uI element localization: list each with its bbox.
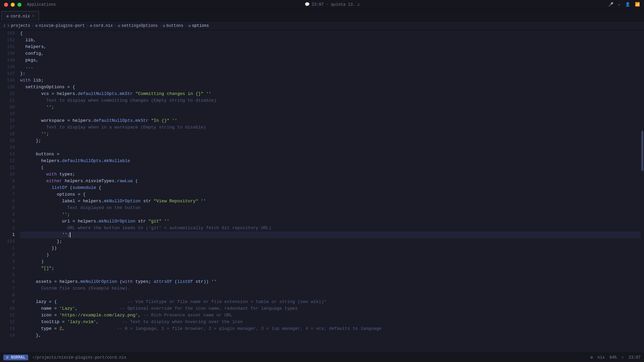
ln-146: 146 bbox=[2, 77, 15, 84]
pen-icon[interactable]: ✏️ bbox=[618, 2, 621, 7]
mode-text: NORMAL bbox=[11, 355, 25, 360]
traffic-light-yellow[interactable] bbox=[11, 3, 15, 7]
ln-9: 9 bbox=[2, 178, 15, 185]
scroll-thumb[interactable] bbox=[641, 131, 643, 171]
titlebar-time: 23:07 · quinta 13. bbox=[312, 2, 355, 7]
ln-9b: 9 bbox=[2, 299, 15, 305]
ln-22: 22 bbox=[2, 91, 15, 97]
music-icon: ♫ bbox=[357, 2, 359, 7]
status-time: 23:07 bbox=[629, 355, 641, 360]
traffic-light-red[interactable] bbox=[4, 3, 8, 7]
ln-3b: 3 bbox=[2, 258, 15, 265]
code-line-3: url = helpers.mkNullOrOption str "git" '… bbox=[20, 218, 641, 225]
ln-13b: 13 bbox=[2, 325, 15, 332]
ln-1: 1 bbox=[2, 231, 15, 238]
ln-10: 10 bbox=[2, 171, 15, 178]
code-line-16: ''; bbox=[20, 131, 641, 138]
breadcrumb-file-icon: ⚙ bbox=[90, 23, 92, 28]
code-line-13b: type = 2, -- 0 = language, 1 = file brow… bbox=[20, 325, 641, 332]
breadcrumb-sym3-icon: ◎ bbox=[188, 23, 191, 28]
code-line-150: config, bbox=[20, 50, 641, 57]
code-line-6b: assets = helpers.mkNullOrOption (with ty… bbox=[20, 278, 641, 285]
code-line-5: Text displayed on the button bbox=[20, 205, 641, 211]
tab-close-button[interactable]: × bbox=[32, 14, 34, 18]
code-line-6: label = helpers.mkNullOrOption str "View… bbox=[20, 198, 641, 205]
ln-10b: 10 bbox=[2, 305, 15, 312]
mode-badge: ⚙ NORMAL bbox=[3, 355, 28, 360]
ln-13: 13 bbox=[2, 151, 15, 158]
ln-7b: 7 bbox=[2, 285, 15, 292]
tab-file-icon: ⚙ bbox=[6, 14, 9, 18]
ln-148: 148 bbox=[2, 64, 15, 70]
status-gear-icon: ⚙ bbox=[590, 355, 593, 360]
chat-icon: 💬 bbox=[305, 2, 310, 7]
code-line-14b: }, bbox=[20, 332, 641, 339]
code-line-148: ... bbox=[20, 64, 641, 70]
ln-15: 15 bbox=[2, 138, 15, 144]
status-filetype: nix bbox=[598, 355, 605, 360]
ln-16: 16 bbox=[2, 131, 15, 138]
mic-icon[interactable]: 🎤 bbox=[608, 2, 613, 7]
tabbar: ⚙ cord.nix × bbox=[0, 9, 644, 21]
code-line-153: { bbox=[20, 30, 641, 37]
ln-12: 12 bbox=[2, 158, 15, 164]
ln-138: 138 bbox=[2, 84, 15, 91]
scrollbar[interactable] bbox=[641, 30, 644, 353]
ln-150: 150 bbox=[2, 50, 15, 57]
breadcrumb-nixvim[interactable]: nixvim-plugins-port bbox=[39, 23, 85, 28]
code-line-1b: }) bbox=[20, 245, 641, 252]
titlebar-right: 🎤 ✏️ 👤 📶 bbox=[608, 2, 640, 7]
code-line-9: either helpers.nixvimTypes.rawLua ( bbox=[20, 178, 641, 185]
ln-20: 20 bbox=[2, 104, 15, 111]
titlebar-center: 💬 23:07 · quinta 13. ♫ bbox=[305, 2, 360, 7]
code-line-147: }: bbox=[20, 70, 641, 77]
breadcrumb-nav-icon: ❯ bbox=[3, 23, 6, 28]
breadcrumb-sym1-icon: ◎ bbox=[118, 23, 120, 28]
code-line-4b: "[]"; bbox=[20, 265, 641, 272]
code-line-20: ''; bbox=[20, 104, 641, 111]
code-line-2: URL where the button leads to ('git' = a… bbox=[20, 225, 641, 231]
code-area[interactable]: { lib, helpers, config, pkgs, ... }: wit… bbox=[17, 30, 641, 353]
ln-12b: 12 bbox=[2, 319, 15, 325]
statusbar-left: ⚙ NORMAL ~/projects/nixvim-plugins-port/… bbox=[3, 355, 127, 360]
status-zoom: 64% bbox=[609, 355, 617, 360]
ln-8: 8 bbox=[2, 185, 15, 191]
tab-cord-nix[interactable]: ⚙ cord.nix × bbox=[1, 11, 39, 21]
titlebar-left: Applications bbox=[4, 2, 56, 7]
titlebar: Applications 💬 23:07 · quinta 13. ♫ 🎤 ✏️… bbox=[0, 0, 644, 9]
code-line-12: helpers.defaultNullOpts.mkNullable bbox=[20, 158, 641, 164]
code-line-151: helpers, bbox=[20, 44, 641, 50]
breadcrumb-arrow: ❯ bbox=[7, 23, 9, 28]
user-icon[interactable]: 👤 bbox=[625, 2, 630, 7]
code-line-4: ''; bbox=[20, 211, 641, 218]
breadcrumb-projects[interactable]: projects bbox=[11, 23, 30, 28]
ln-151: 151 bbox=[2, 44, 15, 50]
text-cursor bbox=[70, 232, 70, 238]
code-line-8b bbox=[20, 292, 641, 299]
ln-4b: 4 bbox=[2, 265, 15, 272]
breadcrumb-buttons[interactable]: buttons bbox=[166, 23, 183, 28]
app-label: Applications bbox=[27, 2, 56, 7]
ln-6: 6 bbox=[2, 198, 15, 205]
wifi-icon: 📶 bbox=[635, 2, 640, 7]
breadcrumb: ❯ ❯ projects › ⚙ nixvim-plugins-port › ⚙… bbox=[0, 21, 644, 30]
code-line-11b: icon = 'https://example.com/lazy.png', -… bbox=[20, 312, 641, 319]
traffic-light-green[interactable] bbox=[17, 3, 21, 7]
code-line-18: workspace = helpers.defaultNullOpts.mkSt… bbox=[20, 117, 641, 124]
ln-2: 2 bbox=[2, 225, 15, 231]
mode-gear-icon: ⚙ bbox=[6, 355, 11, 360]
statusbar: ⚙ NORMAL ~/projects/nixvim-plugins-port/… bbox=[0, 353, 644, 362]
status-path: ~/projects/nixvim-plugins-port/cord.nix bbox=[32, 355, 127, 360]
breadcrumb-filename[interactable]: cord.nix bbox=[94, 23, 113, 28]
breadcrumb-options[interactable]: options bbox=[192, 23, 209, 28]
tab-label: cord.nix bbox=[11, 14, 30, 19]
ln-21: 21 bbox=[2, 97, 15, 104]
code-line-17: Text to display when in a workspace (Emp… bbox=[20, 124, 641, 131]
ln-18: 18 bbox=[2, 117, 15, 124]
code-line-10b: name = 'Lazy', -- Optional override for … bbox=[20, 305, 641, 312]
code-line-7b: Custom file icons (Example below). bbox=[20, 285, 641, 292]
code-line-22: vcs = helpers.defaultNullOpts.mkStr "Com… bbox=[20, 91, 641, 97]
code-line-13: buttons = bbox=[20, 151, 641, 158]
breadcrumb-settingsOptions[interactable]: settingsOptions bbox=[121, 23, 158, 28]
code-line-7: options = { bbox=[20, 191, 641, 198]
